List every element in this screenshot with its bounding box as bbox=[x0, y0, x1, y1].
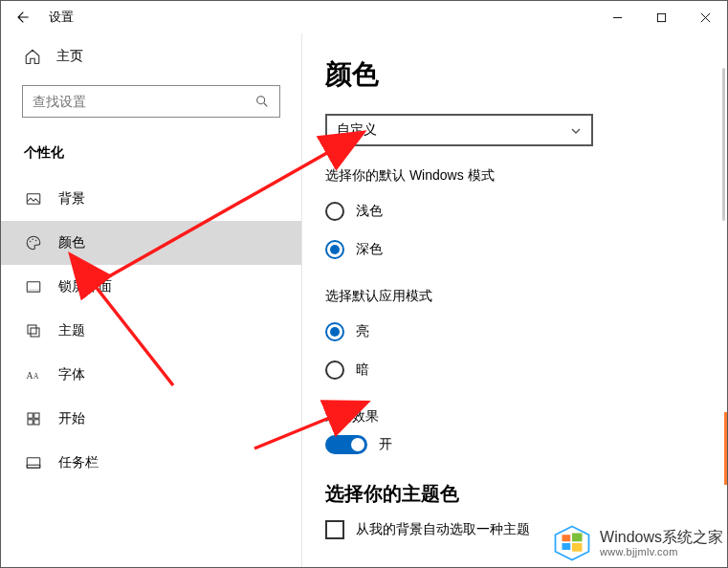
radio-icon bbox=[325, 202, 344, 221]
start-icon bbox=[24, 409, 43, 428]
color-mode-select-value: 自定义 bbox=[337, 121, 377, 139]
sidebar: 主页 个性化 背景 颜色 bbox=[1, 33, 302, 567]
picture-icon bbox=[24, 189, 43, 208]
page-title: 颜色 bbox=[325, 56, 704, 93]
sidebar-item-lockscreen[interactable]: 锁屏界面 bbox=[1, 265, 301, 309]
maximize-button[interactable] bbox=[639, 1, 683, 33]
svg-rect-23 bbox=[572, 534, 583, 542]
taskbar-icon bbox=[24, 453, 43, 472]
svg-point-5 bbox=[35, 240, 37, 242]
radio-label: 深色 bbox=[356, 241, 383, 258]
sidebar-home-label: 主页 bbox=[56, 48, 83, 65]
svg-rect-16 bbox=[27, 458, 40, 469]
transparency-state-label: 开 bbox=[379, 436, 392, 453]
svg-rect-12 bbox=[28, 413, 33, 418]
svg-rect-0 bbox=[657, 13, 665, 21]
search-input[interactable] bbox=[33, 95, 254, 109]
app-mode-heading: 选择默认应用模式 bbox=[325, 288, 704, 305]
arrow-left-icon bbox=[14, 10, 30, 25]
accent-auto-label: 从我的背景自动选取一种主题 bbox=[356, 521, 530, 538]
svg-rect-25 bbox=[572, 543, 583, 552]
palette-icon bbox=[24, 233, 43, 252]
windows-mode-heading: 选择你的默认 Windows 模式 bbox=[325, 167, 704, 185]
content-pane: 颜色 自定义 选择你的默认 Windows 模式 浅色 深色 选择默认应用模式 … bbox=[302, 33, 727, 567]
app-mode-light[interactable]: 亮 bbox=[325, 315, 704, 349]
home-icon bbox=[24, 48, 41, 65]
transparency-toggle[interactable] bbox=[325, 435, 367, 454]
minimize-icon bbox=[612, 12, 623, 23]
sidebar-item-label: 锁屏界面 bbox=[58, 278, 112, 295]
radio-label: 浅色 bbox=[356, 203, 383, 220]
sidebar-item-start[interactable]: 开始 bbox=[1, 397, 301, 441]
decorative-edge bbox=[724, 412, 727, 485]
watermark-suffix: 系统之家 bbox=[662, 529, 723, 545]
svg-rect-9 bbox=[31, 328, 39, 337]
watermark-url: www.bjjmlv.com bbox=[600, 546, 723, 557]
windows-mode-dark[interactable]: 深色 bbox=[325, 232, 704, 267]
sidebar-item-background[interactable]: 背景 bbox=[1, 177, 301, 221]
sidebar-item-themes[interactable]: 主题 bbox=[1, 309, 301, 353]
sidebar-item-label: 颜色 bbox=[58, 234, 85, 251]
sidebar-item-label: 主题 bbox=[58, 322, 85, 339]
transparency-heading: 透明效果 bbox=[325, 408, 704, 426]
windows-mode-light[interactable]: 浅色 bbox=[325, 194, 704, 229]
sidebar-item-fonts[interactable]: AA 字体 bbox=[1, 353, 301, 397]
watermark: Windows系统之家 www.bjjmlv.com bbox=[552, 523, 723, 563]
svg-text:A: A bbox=[33, 372, 39, 381]
radio-label: 暗 bbox=[356, 361, 369, 379]
search-icon bbox=[254, 94, 270, 109]
close-icon bbox=[700, 12, 711, 23]
svg-text:A: A bbox=[27, 370, 33, 381]
svg-rect-22 bbox=[563, 535, 571, 541]
sidebar-nav: 背景 颜色 锁屏界面 主题 AA 字体 bbox=[1, 177, 301, 485]
svg-rect-17 bbox=[27, 465, 40, 468]
sidebar-home[interactable]: 主页 bbox=[1, 37, 301, 76]
svg-rect-7 bbox=[27, 289, 40, 292]
chevron-down-icon bbox=[570, 124, 582, 136]
radio-label: 亮 bbox=[356, 323, 369, 340]
app-mode-dark[interactable]: 暗 bbox=[325, 353, 704, 387]
window-title: 设置 bbox=[49, 10, 74, 26]
back-button[interactable] bbox=[1, 1, 43, 33]
sidebar-item-label: 任务栏 bbox=[58, 454, 99, 471]
svg-rect-13 bbox=[34, 413, 39, 418]
svg-point-4 bbox=[33, 239, 34, 241]
minimize-button[interactable] bbox=[595, 1, 639, 33]
fonts-icon: AA bbox=[24, 365, 43, 384]
radio-icon bbox=[325, 360, 344, 380]
svg-rect-2 bbox=[27, 194, 40, 205]
svg-rect-24 bbox=[563, 543, 571, 550]
svg-point-1 bbox=[257, 97, 265, 104]
windows-logo-icon bbox=[552, 523, 592, 563]
sidebar-section-title: 个性化 bbox=[24, 144, 301, 162]
accent-heading: 选择你的主题色 bbox=[325, 481, 704, 507]
radio-checked-icon bbox=[325, 322, 344, 341]
color-mode-select[interactable]: 自定义 bbox=[325, 114, 593, 146]
close-button[interactable] bbox=[683, 1, 727, 33]
search-input-wrap[interactable] bbox=[22, 85, 280, 118]
scrollbar[interactable] bbox=[722, 68, 725, 221]
svg-point-3 bbox=[30, 241, 32, 243]
svg-rect-8 bbox=[28, 325, 36, 334]
lockscreen-icon bbox=[24, 277, 43, 296]
radio-checked-icon bbox=[325, 240, 344, 259]
maximize-icon bbox=[656, 12, 667, 23]
sidebar-item-label: 开始 bbox=[58, 410, 85, 427]
themes-icon bbox=[24, 321, 43, 340]
sidebar-item-label: 字体 bbox=[58, 366, 85, 383]
svg-rect-15 bbox=[34, 420, 39, 425]
svg-rect-14 bbox=[28, 420, 33, 425]
watermark-brand: Windows bbox=[600, 529, 662, 545]
checkbox-icon bbox=[325, 520, 344, 539]
sidebar-item-colors[interactable]: 颜色 bbox=[1, 221, 301, 265]
sidebar-item-label: 背景 bbox=[58, 190, 85, 208]
sidebar-item-taskbar[interactable]: 任务栏 bbox=[1, 441, 301, 485]
